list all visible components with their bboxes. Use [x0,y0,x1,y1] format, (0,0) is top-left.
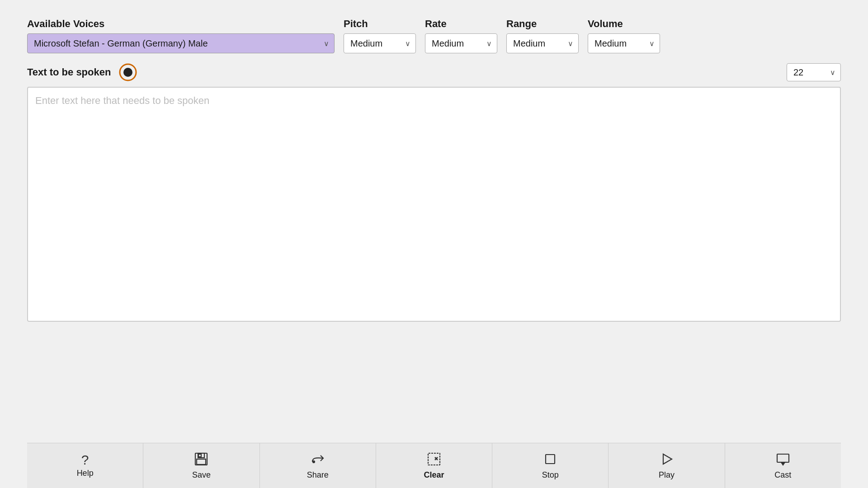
stop-button[interactable]: Stop [492,443,609,488]
text-label: Text to be spoken [27,66,111,78]
stop-label: Stop [542,470,559,480]
clear-button[interactable]: Clear [376,443,492,488]
recording-cursor-icon [118,62,138,82]
svg-rect-7 [428,453,440,465]
range-label: Range [506,18,579,30]
available-voices-label: Available Voices [27,18,335,30]
clear-label: Clear [424,470,444,480]
cast-icon [776,452,790,469]
text-header: Text to be spoken 22 ∨ [27,62,841,82]
pitch-label: Pitch [344,18,416,30]
volume-select[interactable]: Medium [588,33,660,53]
font-size-select[interactable]: 22 [787,63,841,81]
play-label: Play [659,470,675,480]
toolbar: ? Help Save Share [27,443,841,488]
pitch-control-group: Pitch Medium ∨ [344,18,416,53]
rate-control-group: Rate Medium ∨ [425,18,497,53]
help-label: Help [77,469,94,478]
svg-point-6 [313,461,315,463]
pitch-rate-range-volume: Pitch Medium ∨ Rate Medium ∨ Range Mediu [344,18,660,53]
rate-select[interactable]: Medium [425,33,497,53]
help-button[interactable]: ? Help [27,443,143,488]
svg-point-1 [123,68,132,77]
font-size-dropdown[interactable]: 22 ∨ [787,63,841,81]
volume-dropdown-wrapper[interactable]: Medium ∨ [588,33,660,53]
rate-label: Rate [425,18,497,30]
text-section: Text to be spoken 22 ∨ [27,62,841,443]
share-button[interactable]: Share [260,443,376,488]
share-label: Share [307,470,329,480]
voices-control-group: Available Voices Microsoft Stefan - Germ… [27,18,335,53]
pitch-select[interactable]: Medium [344,33,416,53]
volume-label: Volume [588,18,660,30]
svg-marker-9 [663,454,672,464]
cursor-svg [119,63,137,81]
save-button[interactable]: Save [143,443,259,488]
cast-label: Cast [774,470,791,480]
voice-dropdown-wrapper[interactable]: Microsoft Stefan - German (Germany) Male… [27,33,335,53]
rate-dropdown-wrapper[interactable]: Medium ∨ [425,33,497,53]
svg-rect-5 [198,454,201,457]
range-control-group: Range Medium ∨ [506,18,579,53]
play-icon [660,452,674,469]
clear-icon [427,452,441,469]
share-icon [311,452,325,469]
save-icon [194,452,208,469]
textarea-wrapper [27,87,841,443]
svg-rect-8 [546,455,555,464]
volume-control-group: Volume Medium ∨ [588,18,660,53]
controls-row: Available Voices Microsoft Stefan - Germ… [27,18,841,53]
cast-button[interactable]: Cast [725,443,841,488]
svg-rect-4 [197,459,206,465]
range-dropdown-wrapper[interactable]: Medium ∨ [506,33,579,53]
voice-select[interactable]: Microsoft Stefan - German (Germany) Male [27,33,335,53]
stop-icon [543,452,557,469]
svg-rect-10 [777,454,789,462]
range-select[interactable]: Medium [506,33,579,53]
play-button[interactable]: Play [609,443,725,488]
save-label: Save [192,470,211,480]
text-input[interactable] [27,87,841,322]
pitch-dropdown-wrapper[interactable]: Medium ∨ [344,33,416,53]
help-icon: ? [81,453,89,467]
